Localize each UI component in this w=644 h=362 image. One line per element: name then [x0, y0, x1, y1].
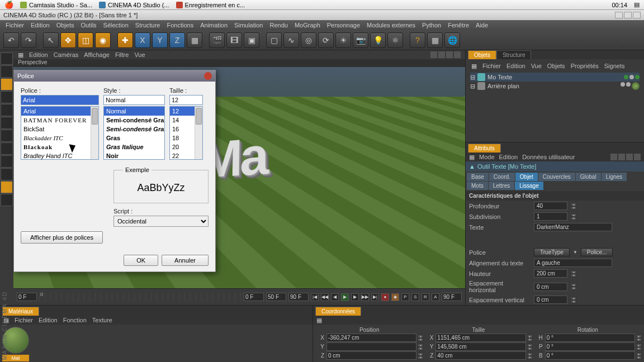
expand-icon[interactable]: ⊟ [470, 83, 475, 90]
menu-aide[interactable]: Aide [476, 22, 488, 28]
object-tree-item[interactable]: ⊟ Mo Texte [470, 73, 640, 82]
spinner[interactable]: ▴▾ [418, 353, 423, 359]
help-button[interactable]: ? [410, 32, 425, 48]
spinner[interactable]: ▴▾ [527, 353, 533, 359]
extra-mode-2[interactable] [1, 181, 13, 193]
menu-selection[interactable]: Sélection [103, 22, 129, 28]
select-tool[interactable]: ↖ [43, 32, 59, 48]
mat-menu-texture[interactable]: Texture [92, 317, 112, 323]
pos-x-field[interactable] [326, 334, 416, 342]
prev-key-button[interactable]: ◀◀ [321, 293, 329, 301]
scrollbar[interactable] [91, 107, 98, 159]
scrollbar[interactable] [195, 107, 202, 159]
texture-mode[interactable] [1, 78, 13, 90]
attr-tab-lettres[interactable]: Lettres [489, 182, 515, 190]
obj-menu-proprietes[interactable]: Propriétés [571, 63, 599, 69]
timeline-playstart-field[interactable] [266, 293, 286, 301]
spinner[interactable]: ▴▾ [571, 297, 576, 303]
timeline-end-field[interactable] [442, 293, 462, 301]
menu-modules[interactable]: Modules externes [367, 22, 415, 28]
size-y-field[interactable] [435, 342, 525, 351]
dynamics-tool[interactable]: ⚛ [387, 32, 403, 48]
subdivision-field[interactable] [534, 212, 567, 221]
menu-fichier[interactable]: Fichier [6, 22, 24, 28]
deformer-tool[interactable]: ⟳ [318, 32, 334, 48]
vp-zoom-icon[interactable] [438, 51, 445, 58]
font-type-dropdown[interactable]: TrueType [534, 248, 570, 256]
attr-tab-coord[interactable]: Coord. [489, 173, 515, 181]
spinner[interactable]: ▴▾ [527, 344, 533, 350]
vis-check[interactable] [635, 75, 640, 79]
tab-objets[interactable]: Objets [468, 50, 496, 59]
key-pos-button[interactable]: P [401, 293, 409, 301]
size-x-field[interactable] [435, 334, 525, 342]
close-button[interactable] [633, 12, 641, 18]
pos-y-field[interactable] [326, 342, 416, 351]
nav-up-icon[interactable] [626, 154, 633, 160]
attr-tab-base[interactable]: Base [467, 173, 489, 181]
point-mode[interactable] [1, 91, 13, 103]
style-option[interactable]: Semi-condensé Gras [104, 125, 164, 134]
render-view-button[interactable]: 🎬 [209, 32, 225, 48]
attr-tab-global[interactable]: Global [576, 173, 601, 181]
vp-maximize-icon[interactable] [454, 51, 461, 58]
font-option[interactable]: Arial [21, 107, 98, 116]
attr-menu-edition[interactable]: Edition [499, 154, 518, 160]
scale-tool[interactable]: ◫ [78, 32, 93, 48]
font-picker-button[interactable]: Police... [581, 248, 613, 256]
window-tab[interactable]: Enregistrement en c... [176, 2, 245, 8]
spinner[interactable]: ▴▾ [571, 203, 576, 209]
menu-fenetre[interactable]: Fenêtre [448, 22, 469, 28]
primitive-cube[interactable]: ▢ [266, 32, 282, 48]
mat-menu-edition[interactable]: Edition [39, 317, 58, 323]
layout-button[interactable]: ▦ [427, 32, 443, 48]
prev-frame-button[interactable]: ◀ [331, 293, 339, 301]
undo-button[interactable]: ↶ [3, 32, 19, 48]
spinner[interactable]: ▴▾ [418, 344, 423, 350]
spinner[interactable]: ▴▾ [571, 283, 576, 290]
grid-icon[interactable]: ▦ [469, 154, 475, 161]
size-z-field[interactable] [435, 351, 525, 360]
lock-icon[interactable] [634, 154, 641, 160]
spinner[interactable]: ▴▾ [636, 344, 642, 350]
attr-tab-lignes[interactable]: Lignes [602, 173, 627, 181]
axis-y[interactable]: Y [152, 32, 168, 48]
menu-python[interactable]: Python [422, 22, 441, 28]
attr-menu-donnees[interactable]: Données utilisateur [522, 154, 575, 160]
locked-tool[interactable]: ✚ [117, 32, 133, 48]
window-tab[interactable]: Camtasia Studio - Sa... [20, 2, 92, 8]
menu-edition[interactable]: Edition [31, 22, 50, 28]
vis-dot[interactable] [621, 82, 625, 87]
camera-tool[interactable]: 📷 [353, 32, 368, 48]
redo-button[interactable]: ↷ [21, 32, 36, 48]
content-browser-button[interactable]: 🌐 [444, 32, 460, 48]
obj-menu-vue[interactable]: Vue [531, 63, 542, 69]
edge-mode[interactable] [1, 104, 13, 116]
menu-structure[interactable]: Structure [135, 22, 160, 28]
ok-button[interactable]: OK [124, 255, 158, 266]
attr-menu-mode[interactable]: Mode [479, 154, 495, 160]
style-option[interactable]: Normal [104, 107, 164, 116]
vis-dot[interactable] [626, 82, 631, 87]
spinner[interactable]: ▴▾ [527, 335, 533, 341]
font-option[interactable]: Blackadder ITC [21, 134, 98, 142]
vp-pan-icon[interactable] [430, 51, 437, 58]
next-frame-button[interactable]: ▶ [351, 293, 359, 301]
spinner[interactable]: ▴▾ [571, 270, 576, 277]
menu-outils[interactable]: Outils [80, 22, 96, 28]
menubar-extra-icon[interactable]: ▤ [634, 1, 640, 8]
menu-rendu[interactable]: Rendu [269, 22, 287, 28]
minimize-button[interactable] [615, 12, 623, 18]
menu-simulation[interactable]: Simulation [234, 22, 263, 28]
spinner[interactable]: ▴▾ [418, 335, 423, 341]
menu-objets[interactable]: Objets [56, 22, 74, 28]
expand-icon[interactable]: ⊟ [470, 74, 475, 81]
render-active-button[interactable]: ▣ [244, 32, 259, 48]
model-mode[interactable] [1, 53, 13, 65]
menu-personnage[interactable]: Personnage [327, 22, 360, 28]
timeline-playend-field[interactable] [288, 293, 309, 301]
vp-orbit-icon[interactable] [446, 51, 453, 58]
vis-dot[interactable] [624, 75, 628, 79]
grid-icon[interactable]: ▦ [316, 317, 322, 324]
style-option[interactable]: Noir [104, 151, 164, 160]
